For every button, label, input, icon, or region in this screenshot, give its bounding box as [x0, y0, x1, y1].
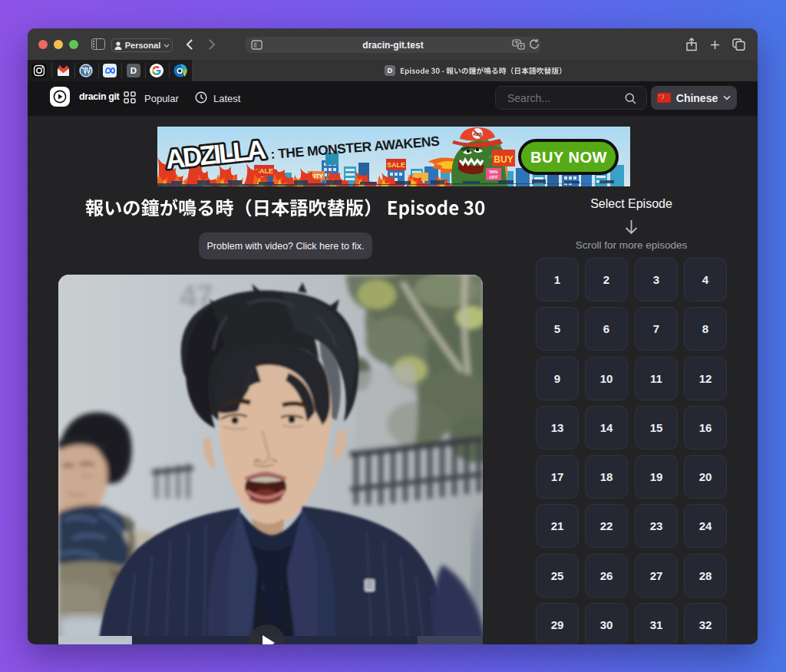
svg-text:D: D — [388, 67, 393, 74]
svg-text:50%: 50% — [489, 170, 497, 174]
svg-text:OFF: OFF — [490, 175, 499, 180]
svg-text:BUY: BUY — [494, 154, 513, 165]
svg-text:BUY NOW: BUY NOW — [530, 149, 607, 166]
svg-text:D: D — [130, 66, 137, 75]
svg-text:SALE: SALE — [387, 161, 405, 169]
